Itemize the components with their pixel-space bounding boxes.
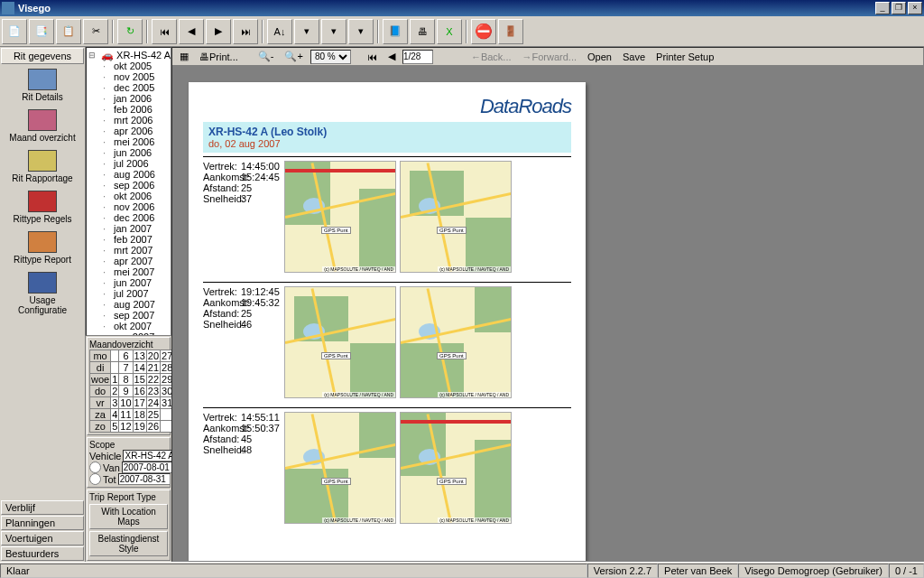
belastingdienst-style-button[interactable]: Belastingdienst Style	[89, 531, 168, 556]
close-button[interactable]: ×	[908, 2, 922, 14]
preview-print-button[interactable]: 🖶 Print...	[196, 50, 242, 64]
tab-bestuurders[interactable]: Bestuurders	[1, 546, 84, 561]
cal-cell[interactable]: 12	[119, 421, 133, 433]
nav-prev-button[interactable]: ◀	[179, 19, 204, 44]
tree-month[interactable]: jul 2007	[88, 288, 169, 299]
zoom-in-button[interactable]: 🔍+	[281, 50, 306, 64]
forward-button[interactable]: → Forward...	[519, 50, 581, 64]
cal-cell[interactable]: 22	[146, 374, 160, 386]
tab-voertuigen[interactable]: Voertuigen	[1, 531, 84, 545]
tree-month[interactable]: mrt 2007	[88, 245, 169, 256]
sidebar-item-rittype-report[interactable]: Rittype Report	[2, 231, 83, 265]
cal-cell[interactable]: 1	[111, 374, 119, 386]
cal-cell[interactable]: 17	[133, 397, 146, 409]
tree-month[interactable]: mrt 2006	[88, 115, 169, 126]
cal-cell[interactable]	[111, 350, 119, 362]
cal-cell[interactable]: 7	[119, 362, 133, 374]
cal-cell[interactable]: 10	[119, 397, 133, 409]
refresh-button[interactable]: ↻	[117, 19, 143, 44]
cal-cell[interactable]: 8	[119, 374, 133, 386]
cal-cell[interactable]: 16	[133, 386, 146, 397]
cal-cell[interactable]: 11	[119, 409, 133, 421]
zoom-select[interactable]: 80 %	[310, 50, 351, 64]
sort-button[interactable]: A↓	[267, 19, 292, 44]
exit-button[interactable]: 🚪	[498, 19, 523, 44]
tree-month[interactable]: aug 2007	[88, 299, 169, 310]
copy-button[interactable]: 📑	[29, 19, 54, 44]
tree-month[interactable]: jan 2007	[88, 223, 169, 234]
delete-button[interactable]: ✂	[83, 19, 108, 44]
nav-next-button[interactable]: ▶	[206, 19, 231, 44]
tree-month[interactable]: sep 2007	[88, 310, 169, 321]
cal-cell[interactable]: 20	[146, 350, 160, 362]
cal-cell[interactable]: 25	[146, 409, 160, 421]
tot-input[interactable]	[118, 473, 171, 485]
cal-cell[interactable]: 6	[119, 350, 133, 362]
cal-cell[interactable]: 19	[133, 421, 146, 433]
cal-cell[interactable]: woe	[90, 374, 111, 386]
tree-month[interactable]: sep 2006	[88, 180, 169, 191]
tab-planningen[interactable]: Planningen	[1, 516, 84, 530]
vehicle-tree[interactable]: 🚗 XR-HS-42 Aokt 2005nov 2005dec 2005jan …	[86, 47, 171, 336]
nav-last-button[interactable]: ⏭	[233, 19, 258, 44]
preview-thumb-button[interactable]: ▦	[176, 50, 192, 64]
tree-month[interactable]: feb 2006	[88, 104, 169, 115]
tree-month[interactable]: jan 2006	[88, 93, 169, 104]
cal-cell[interactable]: 14	[133, 362, 146, 374]
sidebar-item-usage-config[interactable]: Usage Configuratie	[2, 272, 83, 315]
filter-button[interactable]: ▾	[294, 19, 319, 44]
cal-cell[interactable]: 3	[111, 397, 119, 409]
back-button[interactable]: ← Back...	[467, 50, 515, 64]
calendar-grid[interactable]: mo6132027di7142128woe18152229do29162330v…	[89, 350, 174, 433]
export-excel-button[interactable]: X	[437, 19, 462, 44]
paste-button[interactable]: 📋	[56, 19, 81, 44]
nav-first-button[interactable]: ⏮	[152, 19, 177, 44]
cal-cell[interactable]: mo	[90, 350, 111, 362]
sidebar-item-rittype-regels[interactable]: Rittype Regels	[2, 191, 83, 224]
minimize-button[interactable]: _	[875, 2, 890, 14]
tree-month[interactable]: jul 2006	[88, 158, 169, 169]
tree-month[interactable]: feb 2007	[88, 234, 169, 245]
cal-cell[interactable]: 26	[146, 421, 160, 433]
print-button[interactable]: 🖶	[410, 19, 435, 44]
tot-radio[interactable]	[89, 473, 101, 485]
tree-month[interactable]: apr 2006	[88, 126, 169, 136]
new-button[interactable]: 📄	[2, 19, 27, 44]
preview-scroll-area[interactable]: DataRoads XR-HS-42 A (Leo Stolk) do, 02 …	[172, 66, 923, 561]
tree-month[interactable]: aug 2006	[88, 169, 169, 180]
page-first-button[interactable]: ⏮	[364, 50, 381, 64]
printer-setup-button[interactable]: Printer Setup	[652, 50, 717, 64]
stop-button[interactable]: ⛔	[471, 19, 496, 44]
tree-month[interactable]: mei 2007	[88, 266, 169, 277]
cal-cell[interactable]: 24	[146, 397, 160, 409]
filter3-button[interactable]: ▾	[348, 19, 374, 44]
tree-month[interactable]: jun 2006	[88, 147, 169, 158]
cal-cell[interactable]: vr	[90, 397, 111, 409]
tree-month[interactable]: dec 2006	[88, 212, 169, 223]
open-button[interactable]: Open	[584, 50, 615, 64]
cal-cell[interactable]: zo	[90, 421, 111, 433]
zoom-out-button[interactable]: 🔍-	[254, 50, 278, 64]
tree-month[interactable]: nov 2005	[88, 71, 169, 82]
cal-cell[interactable]: 5	[111, 421, 119, 433]
page-prev-button[interactable]: ◀	[384, 50, 399, 64]
van-input[interactable]	[122, 461, 174, 473]
save-button[interactable]: Save	[619, 50, 649, 64]
sidebar-item-rit-rapportage[interactable]: Rit Rapportage	[2, 150, 83, 183]
tree-month[interactable]: mei 2006	[88, 136, 169, 147]
cal-cell[interactable]: 15	[133, 374, 146, 386]
cal-cell[interactable]: 2	[111, 386, 119, 397]
tree-month[interactable]: okt 2007	[88, 321, 169, 331]
cal-cell[interactable]	[111, 362, 119, 374]
with-location-maps-button[interactable]: With Location Maps	[89, 504, 168, 529]
cal-cell[interactable]: 4	[111, 409, 119, 421]
book-button[interactable]: 📘	[383, 19, 408, 44]
filter2-button[interactable]: ▾	[321, 19, 346, 44]
cal-cell[interactable]: za	[90, 409, 111, 421]
van-radio[interactable]	[89, 461, 101, 473]
cal-cell[interactable]: 21	[146, 362, 160, 374]
tree-month[interactable]: nov 2007	[88, 331, 169, 336]
cal-cell[interactable]: 18	[133, 409, 146, 421]
tab-verblijf[interactable]: Verblijf	[1, 500, 84, 515]
cal-cell[interactable]: do	[90, 386, 111, 397]
